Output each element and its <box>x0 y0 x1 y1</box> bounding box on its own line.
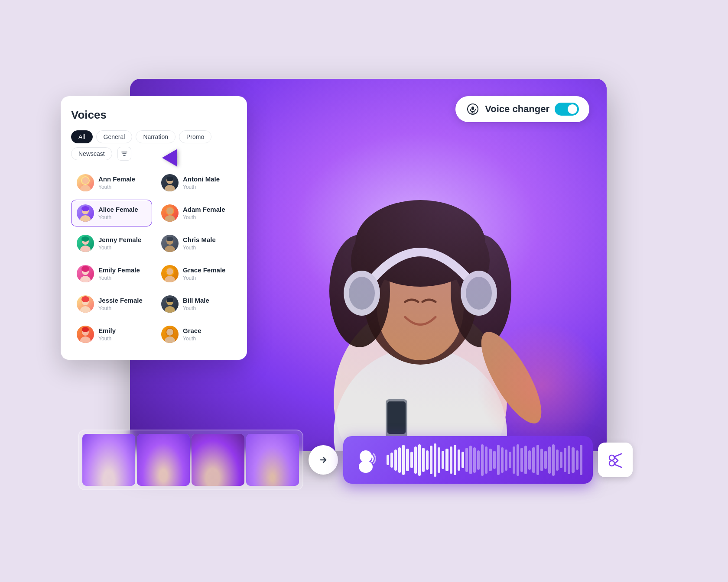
wave-bar <box>406 449 409 471</box>
voice-name-adam: Adam Female <box>183 206 231 213</box>
svg-point-40 <box>81 266 89 272</box>
wave-bar <box>442 451 444 469</box>
voice-name-alice: Alice Female <box>98 206 146 213</box>
wave-bar <box>430 446 432 474</box>
filter-tab-promo[interactable]: Promo <box>179 130 211 143</box>
wave-bar <box>477 450 480 470</box>
wave-bar <box>532 447 535 473</box>
voice-item-grace-female[interactable]: Grace Female Youth <box>156 260 237 287</box>
voice-info-grace: Grace Youth <box>183 327 231 342</box>
voice-tag-antoni: Youth <box>183 184 231 190</box>
voice-tag-chris: Youth <box>183 245 231 251</box>
wave-bar <box>564 448 566 472</box>
svg-point-57 <box>359 461 373 473</box>
voice-item-ann[interactable]: Ann Female Youth <box>71 169 152 196</box>
wave-bar <box>544 451 547 469</box>
person-visual <box>290 96 550 451</box>
wave-bar <box>576 450 578 470</box>
svg-point-21 <box>80 185 91 191</box>
voice-item-bill[interactable]: Bill Male Youth <box>156 291 237 317</box>
svg-point-34 <box>81 236 89 242</box>
voice-info-emily-female: Emily Female Youth <box>98 266 146 281</box>
wave-bar <box>540 449 543 471</box>
voice-tag-jessie: Youth <box>98 305 146 311</box>
wave-bar <box>426 450 429 470</box>
scissors-button[interactable] <box>598 443 633 477</box>
svg-point-58 <box>609 455 614 460</box>
voice-name-jenny: Jenny Female <box>98 236 146 244</box>
voice-tag-bill: Youth <box>183 305 231 311</box>
svg-point-54 <box>165 336 175 343</box>
voices-grid: Ann Female Youth Antoni Male Youth <box>71 169 237 348</box>
wave-bar <box>489 449 491 471</box>
wave-bar <box>473 447 476 473</box>
person-svg <box>290 96 550 451</box>
wave-bar <box>422 448 425 472</box>
svg-point-52 <box>82 327 89 332</box>
svg-point-42 <box>165 276 175 282</box>
svg-point-30 <box>165 215 175 222</box>
svg-point-28 <box>81 206 89 211</box>
wave-bar <box>462 452 464 468</box>
voice-avatar-jessie <box>77 295 94 313</box>
wave-bar <box>390 453 393 468</box>
thumbnail-4 <box>246 434 299 486</box>
voice-name-antoni: Antoni Male <box>183 175 231 183</box>
voice-tag-grace-female: Youth <box>183 275 231 281</box>
voice-info-antoni: Antoni Male Youth <box>183 175 231 190</box>
voice-info-jenny: Jenny Female Youth <box>98 236 146 251</box>
wave-bar <box>568 446 570 474</box>
filter-tab-all[interactable]: All <box>71 130 93 143</box>
wave-bar <box>497 445 500 475</box>
voice-avatar-chris <box>161 235 179 252</box>
voice-avatar-jenny <box>77 235 94 252</box>
thumbnail-1 <box>82 434 135 486</box>
voice-avatar-alice <box>77 204 94 222</box>
voice-name-grace-female: Grace Female <box>183 266 231 274</box>
voice-item-alice[interactable]: Alice Female Youth <box>71 200 152 226</box>
wave-bar <box>572 447 574 473</box>
filter-tab-newscast[interactable]: Newscast <box>71 147 112 160</box>
voice-avatar-antoni <box>161 174 179 191</box>
voice-name-grace: Grace <box>183 327 231 335</box>
wave-bar <box>556 449 559 471</box>
voice-item-antoni[interactable]: Antoni Male Youth <box>156 169 237 196</box>
wave-bar <box>450 446 452 474</box>
wave-bar <box>528 450 531 470</box>
voice-item-emily-female[interactable]: Emily Female Youth <box>71 260 152 287</box>
voice-item-jenny[interactable]: Jenny Female Youth <box>71 230 152 257</box>
voice-tag-emily: Youth <box>98 336 146 342</box>
wave-bar <box>520 448 523 472</box>
voice-item-emily[interactable]: Emily Youth <box>71 321 152 348</box>
svg-point-59 <box>609 461 614 466</box>
svg-rect-25 <box>167 177 173 181</box>
voice-changer-toggle[interactable] <box>555 103 579 116</box>
wave-bar <box>394 449 397 471</box>
voice-name-emily-female: Emily Female <box>98 266 146 274</box>
voice-item-jessie[interactable]: Jessie Female Youth <box>71 291 152 317</box>
filter-icon-button[interactable] <box>117 147 131 161</box>
voice-item-chris[interactable]: Chris Male Youth <box>156 230 237 257</box>
wave-bar <box>465 448 468 472</box>
voice-info-chris: Chris Male Youth <box>183 236 231 251</box>
wave-bar <box>418 444 421 476</box>
wave-bar <box>524 446 527 474</box>
wave-bar <box>410 452 413 468</box>
wave-bar <box>434 443 436 477</box>
svg-rect-37 <box>167 237 173 241</box>
voices-panel-title: Voices <box>71 108 237 122</box>
voice-item-adam[interactable]: Adam Female Youth <box>156 200 237 226</box>
voice-changer-badge: Voice changer <box>455 96 589 122</box>
voices-panel: Voices All General Narration Promo Newsc… <box>61 96 247 360</box>
wave-bar <box>501 447 504 473</box>
filter-tab-general[interactable]: General <box>96 130 133 143</box>
svg-point-56 <box>360 450 372 462</box>
svg-point-29 <box>166 207 173 214</box>
filter-tab-narration[interactable]: Narration <box>136 130 176 143</box>
voice-tag-grace: Youth <box>183 336 231 342</box>
svg-line-60 <box>614 454 621 457</box>
voice-avatar-emily <box>77 326 94 343</box>
wave-bar <box>469 446 472 474</box>
voice-item-grace[interactable]: Grace Youth <box>156 321 237 348</box>
arrow-button[interactable] <box>309 445 338 475</box>
